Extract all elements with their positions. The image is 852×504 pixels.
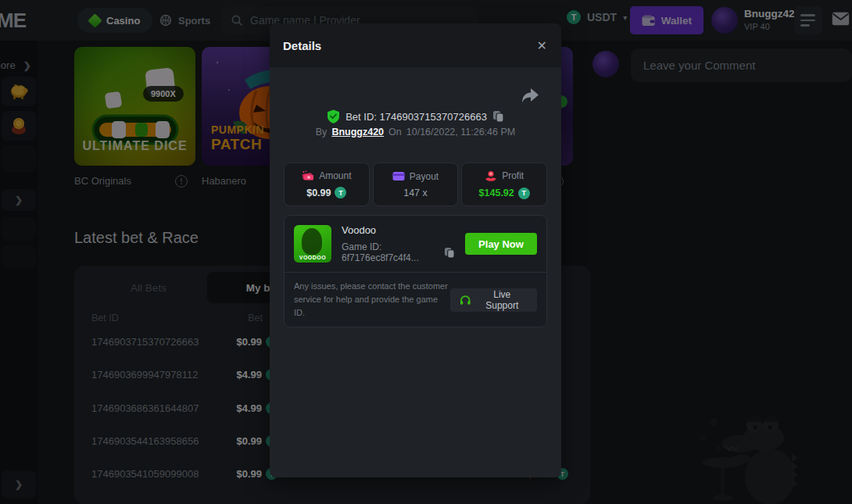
stat-profit: Profit $145.92 T bbox=[461, 163, 547, 206]
stat-label: Amount bbox=[319, 170, 351, 181]
bet-datetime: 10/16/2022, 11:26:46 PM bbox=[406, 127, 515, 138]
tether-coin-icon: T bbox=[518, 188, 530, 199]
game-info: Voodoo Game ID: 6f7176ec8f7c4f4... bbox=[342, 224, 455, 263]
bet-meta-line: By Bnuggz420 On 10/16/2022, 11:26:46 PM bbox=[270, 127, 561, 138]
bet-id-text: Bet ID: 1746903715370726663 bbox=[345, 111, 487, 123]
play-now-button[interactable]: Play Now bbox=[465, 233, 537, 255]
support-note: Any issues, please contact the customer … bbox=[294, 280, 450, 320]
modal-header: Details ✕ bbox=[270, 23, 561, 67]
copy-bet-id-button[interactable] bbox=[492, 110, 504, 123]
game-id-text: Game ID: 6f7176ec8f7c4f4... bbox=[342, 241, 439, 263]
copy-icon bbox=[492, 110, 504, 123]
voodoo-figure bbox=[302, 228, 322, 255]
casino-app: ME Casino Sports T USDT ▾ Wallet bbox=[0, 0, 852, 504]
by-label: By bbox=[316, 127, 328, 138]
verified-shield-icon bbox=[327, 109, 340, 123]
money-icon bbox=[302, 170, 314, 181]
hand-coin-icon bbox=[485, 170, 497, 182]
stat-payout: Payout 147 x bbox=[373, 163, 459, 206]
headphones-icon bbox=[460, 295, 471, 306]
copy-game-id-button[interactable] bbox=[444, 247, 455, 259]
live-support-button[interactable]: Live Support bbox=[450, 288, 537, 312]
stat-value: $0.99 bbox=[306, 188, 331, 198]
stat-label: Payout bbox=[410, 171, 439, 182]
game-panel: VOODOO Voodoo Game ID: 6f7176ec8f7c4f4..… bbox=[284, 215, 547, 327]
stat-amount: Amount $0.99 T bbox=[284, 163, 370, 206]
game-thumbnail[interactable]: VOODOO bbox=[294, 225, 331, 263]
share-icon[interactable] bbox=[521, 88, 539, 105]
tether-coin-icon: T bbox=[335, 187, 346, 198]
on-label: On bbox=[388, 127, 402, 138]
bet-id-line: Bet ID: 1746903715370726663 bbox=[270, 109, 561, 123]
live-support-label: Live Support bbox=[476, 289, 528, 311]
stat-value: $145.92 bbox=[479, 188, 514, 198]
card-icon bbox=[392, 171, 405, 181]
game-id-line: Game ID: 6f7176ec8f7c4f4... bbox=[342, 241, 455, 263]
close-icon[interactable]: ✕ bbox=[537, 38, 547, 53]
support-row: Any issues, please contact the customer … bbox=[285, 273, 546, 327]
modal-title: Details bbox=[283, 39, 321, 52]
bettor-username-link[interactable]: Bnuggz420 bbox=[331, 127, 384, 138]
game-row: VOODOO Voodoo Game ID: 6f7176ec8f7c4f4..… bbox=[285, 216, 546, 272]
game-name: Voodoo bbox=[342, 224, 455, 236]
copy-icon bbox=[444, 247, 455, 259]
bet-stats-row: Amount $0.99 T Payout 147 x bbox=[284, 163, 547, 206]
thumb-label: VOODOO bbox=[294, 255, 331, 260]
bet-details-modal: Details ✕ Bet ID: 1746903715370726663 By… bbox=[270, 23, 561, 477]
stat-value: 147 x bbox=[403, 188, 428, 198]
stat-label: Profit bbox=[502, 170, 524, 181]
